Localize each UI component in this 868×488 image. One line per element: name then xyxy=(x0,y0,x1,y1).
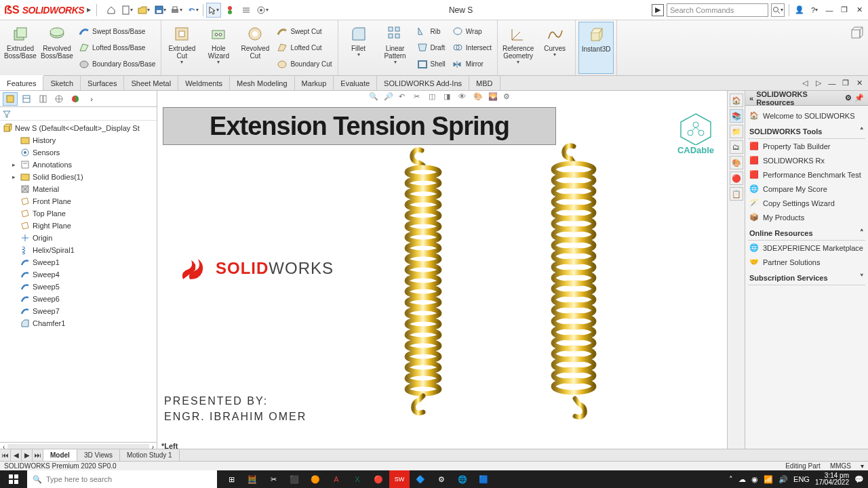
instant3d-button[interactable]: Instant3D xyxy=(578,22,614,74)
design-library-icon[interactable]: 📁 xyxy=(730,125,743,138)
rebuild-icon[interactable] xyxy=(222,3,237,18)
blender-app-icon[interactable]: 🟠 xyxy=(305,470,326,488)
status-units[interactable]: MMGS xyxy=(830,462,851,470)
revolved-cut-button[interactable]: Revolved Cut xyxy=(237,22,273,74)
online-section-header[interactable]: Online Resources˄ xyxy=(748,224,865,241)
chrome-app-icon[interactable]: 🌐 xyxy=(452,470,473,488)
tray-nvidia-icon[interactable]: ◉ xyxy=(751,475,758,484)
minimize-button[interactable]: — xyxy=(823,4,835,16)
display-style-icon[interactable]: ◨ xyxy=(443,92,456,104)
tab-prev-icon[interactable]: ◀ xyxy=(11,449,22,461)
feature-tree[interactable]: New S (Default<<Default>_Display St Hist… xyxy=(0,121,157,442)
perf-test-link[interactable]: 🟥Performance Benchmark Test xyxy=(748,167,865,182)
tree-item[interactable]: Front Plane xyxy=(0,195,157,207)
tree-item[interactable]: Sweep4 xyxy=(0,268,157,281)
search-button[interactable]: ▾ xyxy=(771,3,785,17)
appearances-icon[interactable]: 🔴 xyxy=(730,171,743,185)
revolved-boss-button[interactable]: Revolved Boss/Base xyxy=(39,22,75,74)
zoom-fit-icon[interactable]: 🔍 xyxy=(369,92,381,104)
display-manager-tab-icon[interactable] xyxy=(68,92,83,106)
my-products-link[interactable]: 📦My Products xyxy=(748,210,865,224)
marketplace-link[interactable]: 🌐3DEXPERIENCE Marketplace xyxy=(748,241,865,255)
snip-app-icon[interactable]: ✂ xyxy=(263,470,283,488)
tab-first-icon[interactable]: ⏮ xyxy=(0,449,11,461)
tab-sheet-metal[interactable]: Sheet Metal xyxy=(124,76,178,90)
notifications-icon[interactable]: 💬 xyxy=(854,475,864,484)
tray-wifi-icon[interactable]: 📶 xyxy=(764,475,773,484)
options-list-icon[interactable] xyxy=(239,3,254,18)
prev-view-icon[interactable]: ↶ xyxy=(399,92,411,104)
tree-root[interactable]: New S (Default<<Default>_Display St xyxy=(0,122,157,134)
copy-settings-link[interactable]: 🪄Copy Settings Wizard xyxy=(748,196,865,210)
fillet-button[interactable]: Fillet▾ xyxy=(341,22,376,74)
tree-item[interactable]: ▸Solid Bodies(1) xyxy=(0,171,157,183)
doc-prev-icon[interactable]: ◁ xyxy=(799,77,811,89)
rib-button[interactable]: Rib xyxy=(414,23,448,39)
extruded-boss-button[interactable]: Extruded Boss/Base xyxy=(3,22,38,74)
tree-item[interactable]: Sensors xyxy=(0,146,157,159)
property-tab-builder-link[interactable]: 🟥Property Tab Builder xyxy=(748,139,865,153)
tray-cloud-icon[interactable]: ☁ xyxy=(738,475,746,484)
custom-props-icon[interactable]: 📋 xyxy=(730,187,743,201)
hole-wizard-button[interactable]: Hole Wizard▾ xyxy=(201,22,236,74)
tab-markup[interactable]: Markup xyxy=(295,76,334,90)
settings-icon[interactable]: ▾ xyxy=(255,3,270,18)
doc-minimize-icon[interactable]: — xyxy=(826,77,838,89)
settings-app-icon[interactable]: ⚙ xyxy=(431,470,452,488)
boundary-cut-button[interactable]: Boundary Cut xyxy=(274,56,334,73)
tab-last-icon[interactable]: ⏭ xyxy=(33,449,43,461)
open-icon[interactable]: ▾ xyxy=(136,3,151,18)
tray-volume-icon[interactable]: 🔊 xyxy=(778,475,788,484)
swept-cut-button[interactable]: Swept Cut xyxy=(274,23,334,39)
dimxpert-tab-icon[interactable] xyxy=(52,92,66,106)
home-pane-icon[interactable]: 🏠 xyxy=(730,94,743,107)
tree-item[interactable]: Helix/Spiral1 xyxy=(0,244,157,256)
swept-boss-button[interactable]: Swept Boss/Base xyxy=(76,23,158,39)
start-button[interactable] xyxy=(0,470,27,488)
resources-pane-icon[interactable]: 📚 xyxy=(730,109,743,123)
search-commands-input[interactable]: Search Commands xyxy=(667,3,768,17)
solidworks-app-icon[interactable]: SW xyxy=(389,470,410,488)
linear-pattern-button[interactable]: Linear Pattern▾ xyxy=(378,22,413,74)
tab-mesh-modeling[interactable]: Mesh Modeling xyxy=(230,76,295,90)
undo-icon[interactable]: ▾ xyxy=(185,3,200,18)
calculator-app-icon[interactable]: 🧮 xyxy=(242,470,262,488)
shell-button[interactable]: Shell xyxy=(414,56,448,73)
tab-weldments[interactable]: Weldments xyxy=(178,76,230,90)
close-button[interactable]: ✕ xyxy=(853,4,865,16)
wrap-button[interactable]: Wrap xyxy=(450,23,494,39)
home-icon[interactable] xyxy=(104,3,119,18)
task-view-icon[interactable]: ⊞ xyxy=(221,470,241,488)
extruded-cut-button[interactable]: Extruded Cut▾ xyxy=(164,22,199,74)
welcome-link[interactable]: 🏠Welcome to SOLIDWORKS xyxy=(748,108,865,123)
db-app-icon[interactable]: 🟦 xyxy=(473,470,494,488)
tab-addins[interactable]: SOLIDWORKS Add-Ins xyxy=(377,76,469,90)
tray-lang[interactable]: ENG xyxy=(793,475,810,483)
doc-restore-icon[interactable]: ❐ xyxy=(840,77,852,89)
tools-section-header[interactable]: SOLIDWORKS Tools˄ xyxy=(748,123,865,139)
zoom-area-icon[interactable]: 🔎 xyxy=(384,92,396,104)
filter-icon[interactable] xyxy=(3,110,11,118)
tab-mbd[interactable]: MBD xyxy=(469,76,500,90)
gear-icon[interactable]: ⚙ xyxy=(845,94,852,102)
tab-next-icon[interactable]: ▶ xyxy=(22,449,33,461)
tree-item[interactable]: Sweep7 xyxy=(0,305,157,317)
lofted-boss-button[interactable]: Lofted Boss/Base xyxy=(76,39,158,56)
tree-item[interactable]: Top Plane xyxy=(0,207,157,220)
lofted-cut-button[interactable]: Lofted Cut xyxy=(274,39,334,56)
view-orient-icon[interactable]: ◫ xyxy=(429,92,441,104)
taskbar-clock[interactable]: 3:14 pm17/04/2022 xyxy=(815,472,849,486)
tab-sketch[interactable]: Sketch xyxy=(43,76,81,90)
tree-item[interactable]: Sweep5 xyxy=(0,281,157,293)
property-manager-tab-icon[interactable] xyxy=(19,92,34,106)
graphics-viewport[interactable]: 🔍 🔎 ↶ ✂ ◫ ◨ 👁 🎨 🌄 ⚙ Extension Tension Sp… xyxy=(157,91,727,451)
autocad-app-icon[interactable]: A xyxy=(326,470,347,488)
compare-score-link[interactable]: 🌐Compare My Score xyxy=(748,182,865,196)
tree-item[interactable]: Right Plane xyxy=(0,220,157,232)
tree-item[interactable]: Chamfer1 xyxy=(0,317,157,329)
panel-overflow-icon[interactable]: › xyxy=(84,92,99,106)
user-icon[interactable]: 👤 xyxy=(793,4,806,16)
reference-geometry-button[interactable]: Reference Geometry▾ xyxy=(500,22,536,74)
draft-button[interactable]: Draft xyxy=(414,39,448,56)
apply-scene-icon[interactable]: 🌄 xyxy=(488,92,500,104)
